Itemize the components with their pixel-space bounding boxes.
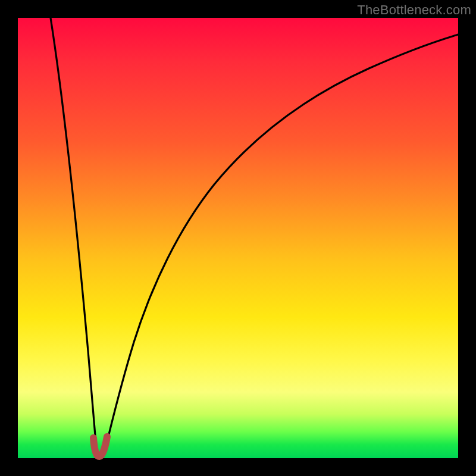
watermark-text: TheBottleneck.com — [357, 2, 471, 18]
curve-path — [51, 18, 458, 456]
plot-area — [18, 18, 458, 458]
chart-frame: TheBottleneck.com — [0, 0, 476, 476]
bottleneck-curve — [18, 18, 458, 458]
trough-marker — [93, 437, 107, 456]
